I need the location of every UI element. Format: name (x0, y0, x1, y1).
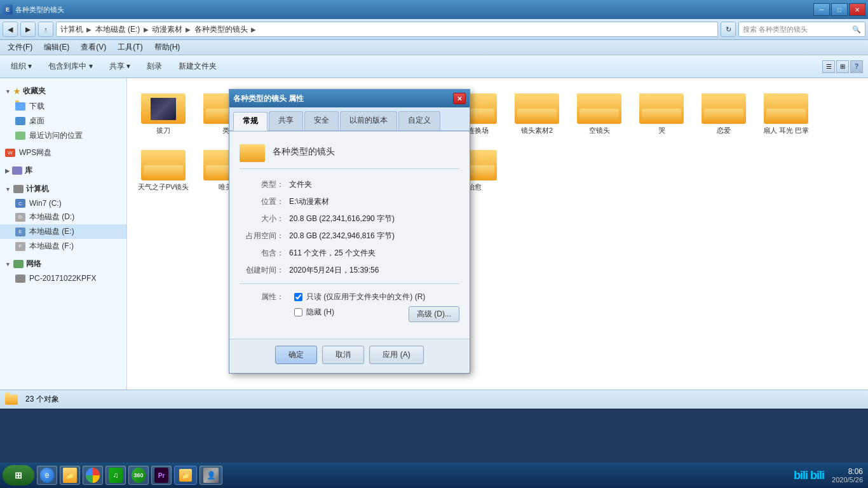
folder-item-sr[interactable]: 扇人 耳光 巴掌 (757, 86, 815, 137)
view-list-button[interactable]: ☰ (822, 60, 835, 73)
folder-item-jtsz[interactable]: 镜头素材2 (508, 86, 566, 137)
sidebar-computer-header[interactable]: ▼ 计算机 (0, 181, 126, 197)
network-arrow: ▼ (5, 261, 11, 268)
menu-help[interactable]: 帮助(H) (149, 41, 186, 54)
local-d-label: 本地磁盘 (D:) (29, 212, 74, 222)
dialog-attributes-label: 属性： (240, 292, 284, 302)
advanced-button[interactable]: 高级 (D)... (409, 306, 459, 322)
sidebar-item-local-d[interactable]: D 本地磁盘 (D:) (0, 210, 126, 224)
breadcrumb-anime[interactable]: 动漫素材 (152, 25, 182, 34)
start-button[interactable]: ⊞ (3, 465, 34, 485)
new-folder-button[interactable]: 新建文件夹 (173, 58, 222, 74)
breadcrumb-computer[interactable]: 计算机 (60, 25, 83, 34)
burn-button[interactable]: 刻录 (141, 58, 168, 74)
menu-edit[interactable]: 编辑(E) (39, 41, 74, 54)
app-icon: E (6, 6, 10, 13)
sidebar-network-header[interactable]: ▼ 网络 (0, 256, 126, 272)
close-button[interactable]: ✕ (849, 3, 865, 16)
sidebar-item-pc[interactable]: PC-20171022KPFX (0, 272, 126, 285)
status-folder-icon (5, 395, 18, 405)
local-f-label: 本地磁盘 (F:) (29, 241, 74, 252)
favorites-arrow: ▼ (5, 88, 11, 95)
maximize-button[interactable]: □ (831, 3, 848, 16)
time-display: 8:06 (848, 467, 863, 476)
hidden-checkbox[interactable] (294, 308, 302, 316)
sidebar-library-header[interactable]: ▶ 库 (0, 163, 126, 179)
refresh-button[interactable]: ↻ (721, 22, 736, 37)
folder-item-bk[interactable]: 拔刀 (135, 86, 192, 137)
folder-item-kjt[interactable]: 空镜头 (571, 86, 628, 137)
taskbar-app-ie[interactable]: e (37, 466, 57, 485)
dialog-tab-share[interactable]: 共享 (269, 111, 303, 130)
forward-button[interactable]: ▶ (20, 22, 36, 37)
taskbar-app-qqmusic[interactable]: ♫ (105, 466, 126, 485)
ok-button[interactable]: 确定 (275, 346, 317, 364)
dialog-row-location: 位置： E:\动漫素材 (240, 196, 459, 207)
breadcrumb-drive-e[interactable]: 本地磁盘 (E:) (95, 25, 140, 34)
folder-icon-bk (141, 88, 186, 124)
back-button[interactable]: ◀ (3, 22, 18, 37)
include-library-button[interactable]: 包含到库中 ▾ (43, 58, 98, 74)
menu-tools[interactable]: 工具(T) (112, 41, 147, 54)
sidebar-wps-section: W WPS网盘 (0, 146, 126, 160)
folder-item-la[interactable]: 恋爱 (695, 86, 752, 137)
dialog-tab-security[interactable]: 安全 (304, 111, 339, 130)
sidebar-item-download[interactable]: 下载 (0, 99, 126, 114)
folder-item-ku[interactable]: 哭 (633, 86, 690, 137)
breadcrumb-current[interactable]: 各种类型的镜头 (194, 25, 248, 34)
view-grid-button[interactable]: ⊞ (836, 60, 849, 73)
library-icon (12, 166, 22, 175)
up-button[interactable]: ↑ (38, 22, 53, 37)
taskbar-app-pr[interactable]: Pr (151, 466, 172, 485)
view-help-button[interactable]: ? (850, 60, 863, 73)
folder-icon-jtsz (515, 88, 559, 124)
dialog-tab-custom[interactable]: 自定义 (398, 111, 440, 130)
sidebar-library-section: ▶ 库 (0, 163, 126, 179)
sidebar-item-local-f[interactable]: F 本地磁盘 (F:) (0, 239, 126, 254)
sidebar-item-win7[interactable]: C Win7 (C:) (0, 197, 126, 210)
drive-d-icon: D (15, 213, 25, 222)
readonly-checkbox[interactable] (294, 293, 302, 301)
folder-item-tqz[interactable]: 天气之子PV镜头 (135, 142, 192, 203)
computer-label: 计算机 (26, 184, 49, 194)
menu-view[interactable]: 查看(V) (76, 41, 111, 54)
readonly-label: 只读 (仅应用于文件夹中的文件) (R) (306, 292, 425, 302)
apply-button[interactable]: 应用 (A) (369, 346, 423, 364)
sidebar-item-recent[interactable]: 最近访问的位置 (0, 128, 126, 143)
sidebar-computer-section: ▼ 计算机 C Win7 (C:) D 本地磁盘 (D:) E 本地磁盘 (E:… (0, 181, 126, 254)
folder-label-ku: 哭 (658, 126, 665, 135)
organize-button[interactable]: 组织 ▾ (5, 58, 37, 74)
sidebar-item-desktop[interactable]: 桌面 (0, 114, 126, 128)
desktop-icon (15, 117, 25, 125)
pc-icon (15, 274, 25, 283)
share-button[interactable]: 共享 ▾ (104, 58, 136, 74)
taskbar-app-360[interactable]: 360 (128, 466, 149, 485)
dialog-created-label: 创建时间： (240, 265, 284, 276)
dialog-row-contains: 包含： 611 个文件，25 个文件夹 (240, 248, 459, 259)
dialog-location-value: E:\动漫素材 (289, 196, 459, 207)
hidden-checkbox-row: 隐藏 (H) (289, 307, 409, 318)
search-field[interactable]: 搜索 各种类型的镜头 🔍 (738, 22, 865, 37)
folder-icon-ku (639, 88, 684, 124)
taskbar-app-folder[interactable]: 📁 (60, 466, 80, 485)
sidebar-item-wps[interactable]: W WPS网盘 (0, 146, 126, 160)
dialog-tab-previous[interactable]: 以前的版本 (340, 111, 397, 130)
minimize-button[interactable]: ─ (813, 3, 830, 16)
address-field[interactable]: 计算机 ▶ 本地磁盘 (E:) ▶ 动漫素材 ▶ 各种类型的镜头 ▶ (56, 22, 718, 37)
taskbar-app-photo[interactable]: 👤 (200, 466, 222, 485)
dialog-tab-general[interactable]: 常规 (233, 112, 268, 131)
sidebar-favorites-header[interactable]: ▼ ★ 收藏夹 (0, 83, 126, 99)
folder-taskbar-icon: 📁 (63, 468, 77, 483)
dialog-row-created: 创建时间： 2020年5月24日，15:39:56 (240, 265, 459, 276)
sidebar-item-local-e[interactable]: E 本地磁盘 (E:) (0, 224, 126, 239)
view-buttons: ☰ ⊞ ? (822, 60, 863, 73)
cancel-button[interactable]: 取消 (322, 346, 364, 364)
drive-f-icon: F (15, 242, 25, 251)
taskbar-app-explorer[interactable]: 📁 (174, 466, 197, 485)
dialog-size-value: 20.8 GB (22,341,616,290 字节) (289, 214, 459, 224)
dialog-close-button[interactable]: ✕ (453, 93, 466, 104)
taskbar-app-chrome[interactable] (83, 466, 103, 485)
desktop-label: 桌面 (29, 116, 44, 126)
dialog-row-attrs: 属性： 只读 (仅应用于文件夹中的文件) (R) 隐藏 (H) 高级 (D)..… (240, 292, 459, 322)
menu-file[interactable]: 文件(F) (3, 41, 37, 54)
